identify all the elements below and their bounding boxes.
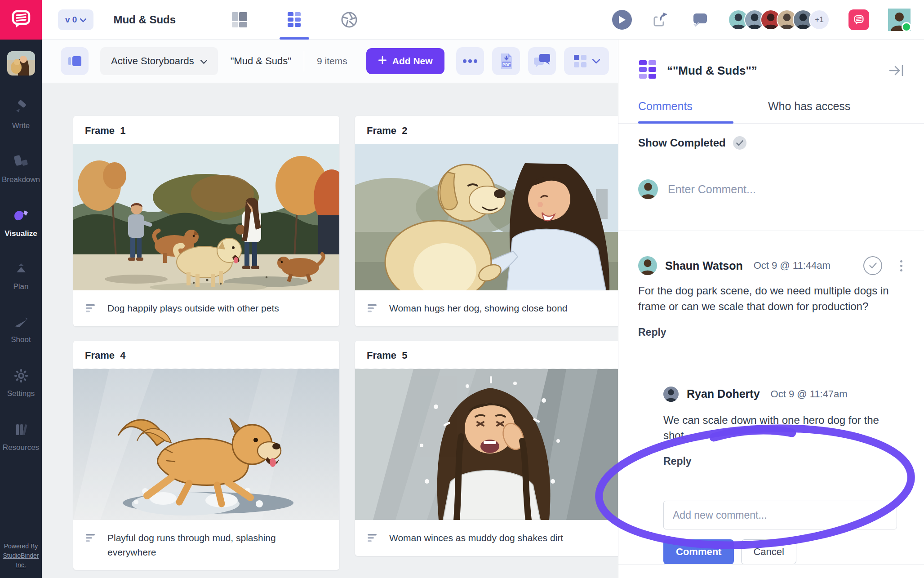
collection-label: Active Storyboards [111, 55, 194, 67]
add-new-label: Add New [392, 56, 433, 67]
top-header: v 0 Mud & Suds [42, 0, 924, 40]
comment-menu-icon[interactable] [900, 260, 902, 271]
frame-caption: Playful dog runs through mud, splashing … [107, 531, 327, 559]
speech-bubble-logo-icon [10, 8, 32, 32]
export-pdf-button[interactable]: PDF [492, 47, 520, 75]
sidebar-item-write[interactable]: Write [0, 100, 42, 130]
comment-reply: Ryan Doherty Oct 9 @ 11:47am We can scal… [663, 387, 904, 468]
panel-tabs: Comments Who has access [638, 100, 904, 113]
share-button[interactable] [651, 10, 671, 30]
storyboard-grid-icon [638, 59, 657, 82]
sidebar-item-label: Shoot [11, 335, 31, 344]
more-options-button[interactable] [456, 47, 484, 75]
aperture-view-icon[interactable] [338, 9, 360, 31]
frame-caption-row: Playful dog runs through mud, splashing … [73, 520, 339, 570]
frame-caption: Woman hugs her dog, showing close bond [389, 301, 568, 316]
frame-caption: Dog happily plays outside with other pet… [107, 301, 279, 316]
frame-1-illustration [73, 144, 339, 290]
cancel-button[interactable]: Cancel [741, 539, 796, 565]
comments-divider [618, 231, 924, 231]
add-new-button[interactable]: Add New [366, 48, 444, 74]
comment-submit-button[interactable]: Comment [663, 539, 734, 565]
enter-comment-placeholder: Enter Comment... [668, 183, 756, 196]
frame-card-2[interactable]: Frame 2 [355, 116, 621, 326]
view-options-dropdown[interactable] [564, 47, 609, 75]
collapse-panel-icon[interactable] [889, 64, 904, 77]
view-switcher [229, 0, 360, 39]
add-comment-box: Comment Cancel [663, 501, 904, 565]
comments-toggle-button[interactable] [689, 10, 709, 30]
studiobinder-chat-button[interactable] [848, 9, 869, 30]
current-user-avatar [638, 179, 658, 199]
comments-divider [618, 362, 924, 362]
sidebar-item-label: Visualize [4, 229, 37, 238]
plus-icon [378, 56, 387, 67]
current-user-avatar[interactable] [888, 9, 911, 31]
sidebar-toggle-button[interactable] [61, 47, 89, 75]
studiobinder-link: StudioBinder Inc. [0, 551, 42, 570]
version-dropdown[interactable]: v 0 [58, 9, 93, 30]
collaborator-avatars[interactable]: +1 [728, 9, 830, 30]
studiobinder-logo[interactable] [0, 0, 42, 40]
resolve-comment-button[interactable] [863, 256, 882, 275]
panel-header: “"Mud & Suds"” [638, 59, 904, 82]
show-completed-toggle[interactable] [733, 136, 746, 150]
online-status-dot [902, 22, 911, 32]
grid-view-icon-active[interactable] [284, 9, 305, 31]
studiobinder-app: v 0 Mud & Suds [0, 0, 924, 578]
sidebar-item-shoot[interactable]: Shoot [0, 316, 42, 344]
tab-who-has-access[interactable]: Who has access [768, 100, 850, 113]
project-thumbnail[interactable] [7, 51, 35, 76]
frame-title: Frame 2 [367, 125, 408, 136]
sidebar-item-settings[interactable]: Settings [0, 369, 42, 398]
document-title: Mud & Suds [113, 13, 176, 26]
sidebar-item-label: Resources [3, 443, 39, 452]
add-comment-input[interactable] [663, 501, 897, 529]
visualize-icon [13, 209, 30, 225]
show-completed-label: Show Completed [638, 137, 726, 149]
frame-card-1[interactable]: Frame 1 [73, 116, 339, 326]
frame-card-5[interactable]: Frame 5 [355, 341, 621, 556]
toolbar-comments-button[interactable] [528, 47, 556, 75]
comments-panel: “"Mud & Suds"” Comments Who has access S… [618, 40, 924, 578]
commenter-avatar [638, 256, 657, 275]
comment-timestamp: Oct 9 @ 11:47am [771, 388, 848, 400]
sidebar-item-label: Settings [7, 389, 35, 398]
paper-plane-icon [13, 316, 29, 331]
powered-by-footer[interactable]: Powered By StudioBinder Inc. [0, 542, 42, 570]
reply-link[interactable]: Reply [663, 455, 692, 467]
mountains-icon [13, 262, 29, 278]
comment-header: Shaun Watson Oct 9 @ 11:44am [638, 256, 904, 275]
tab-comments[interactable]: Comments [638, 100, 693, 113]
commenter-name: Shaun Watson [665, 259, 743, 272]
main-sidebar: Write Breakdown Visualize [0, 40, 42, 578]
enter-comment-field[interactable]: Enter Comment... [638, 179, 904, 199]
frame-card-4[interactable]: Frame 4 [73, 341, 339, 570]
reply-link[interactable]: Reply [638, 326, 666, 338]
sidebar-item-label: Plan [13, 282, 28, 291]
pen-icon [13, 100, 29, 117]
frame-card-header: Frame 2 [355, 116, 621, 144]
frame-caption-row: Woman winces as muddy dog shakes dirt [355, 520, 621, 556]
header-actions: +1 [612, 9, 924, 31]
sidebar-item-breakdown[interactable]: Breakdown [0, 155, 42, 184]
show-completed-row: Show Completed [638, 136, 904, 150]
add-comment-actions: Comment Cancel [663, 539, 904, 565]
pdf-label: PDF [502, 62, 511, 67]
description-lines-icon [368, 304, 378, 315]
sidebar-item-plan[interactable]: Plan [0, 262, 42, 291]
sidebar-item-resources[interactable]: Resources [0, 422, 42, 452]
storyboard-collection-dropdown[interactable]: Active Storyboards [100, 47, 218, 75]
items-count: 9 items [317, 56, 347, 67]
sidebar-item-visualize[interactable]: Visualize [0, 209, 42, 238]
frame-2-illustration [355, 144, 621, 290]
play-button[interactable] [612, 10, 632, 30]
toolbar-divider [304, 51, 304, 71]
comment-body: We can scale down with one hero dog for … [663, 413, 904, 444]
frame-title: Frame 5 [367, 350, 408, 361]
comment-header: Ryan Doherty Oct 9 @ 11:47am [663, 387, 904, 402]
commenter-name: Ryan Doherty [687, 387, 760, 400]
toolbar-actions: PDF [456, 47, 609, 75]
frame-caption-row: Dog happily plays outside with other pet… [73, 290, 339, 326]
layout-view-icon[interactable] [229, 9, 250, 31]
